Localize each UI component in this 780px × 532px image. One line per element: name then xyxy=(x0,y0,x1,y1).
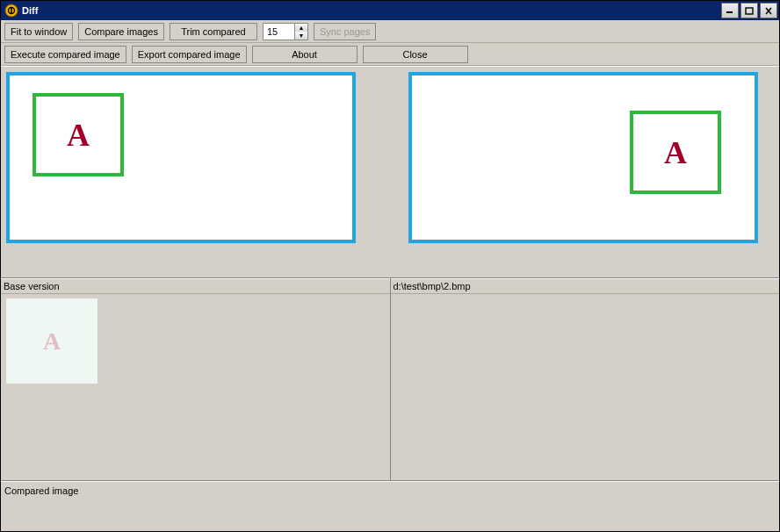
toolbar-row-1: Fit to window Compare images Trim compar… xyxy=(1,20,779,43)
left-glyph: A xyxy=(67,117,90,154)
right-image-canvas[interactable]: A xyxy=(408,72,758,243)
svg-rect-4 xyxy=(746,8,753,14)
close-window-button[interactable] xyxy=(760,3,777,18)
trim-compared-button[interactable]: Trim compared xyxy=(170,23,257,40)
maximize-button[interactable] xyxy=(740,3,758,18)
title-bar: Diff xyxy=(1,1,779,20)
left-highlight-box: A xyxy=(32,93,124,176)
execute-compared-button[interactable]: Execute compared image xyxy=(4,46,126,63)
right-highlight-box: A xyxy=(630,111,721,194)
toolbar-row-2: Execute compared image Export compared i… xyxy=(1,43,779,66)
export-compared-button[interactable]: Export compared image xyxy=(132,46,247,63)
close-button[interactable]: Close xyxy=(363,46,468,63)
left-preview-cell: A xyxy=(1,67,374,277)
main-panels: A A Base version A xyxy=(1,66,779,531)
right-preview-cell: A xyxy=(406,67,779,277)
trim-spin-buttons[interactable]: ▲ ▼ xyxy=(294,23,308,40)
base-row: Base version A d:\test\bmp\2.bmp xyxy=(1,278,779,481)
thumb-glyph: A xyxy=(43,327,61,356)
trim-spin-down[interactable]: ▼ xyxy=(295,32,307,40)
sync-pages-button: Sync pages xyxy=(314,23,376,40)
trim-spin-up[interactable]: ▲ xyxy=(295,24,307,32)
about-button[interactable]: About xyxy=(252,46,358,63)
base-right-body xyxy=(391,294,780,480)
minimize-button[interactable] xyxy=(721,3,739,18)
compared-image-label: Compared image xyxy=(1,481,779,500)
preview-gap xyxy=(374,67,406,277)
right-glyph: A xyxy=(664,134,687,171)
right-path-header: d:\test\bmp\2.bmp xyxy=(391,278,780,294)
base-right-cell: d:\test\bmp\2.bmp xyxy=(391,278,780,480)
left-image-canvas[interactable]: A xyxy=(6,72,356,243)
compared-thumbnail[interactable]: A xyxy=(6,298,98,384)
base-left-cell: Base version A xyxy=(1,278,391,480)
trim-value-input[interactable] xyxy=(263,23,294,40)
base-left-body: A xyxy=(1,294,390,480)
fit-to-window-button[interactable]: Fit to window xyxy=(4,23,73,40)
base-version-header: Base version xyxy=(1,278,390,294)
window-controls xyxy=(719,3,777,18)
window-title: Diff xyxy=(22,5,716,16)
app-icon xyxy=(4,4,18,18)
left-preview-body: A xyxy=(1,67,374,277)
preview-row: A A xyxy=(1,67,779,278)
right-preview-body: A xyxy=(406,67,779,277)
compare-images-button[interactable]: Compare images xyxy=(78,23,164,40)
trim-value-stepper[interactable]: ▲ ▼ xyxy=(263,23,308,40)
